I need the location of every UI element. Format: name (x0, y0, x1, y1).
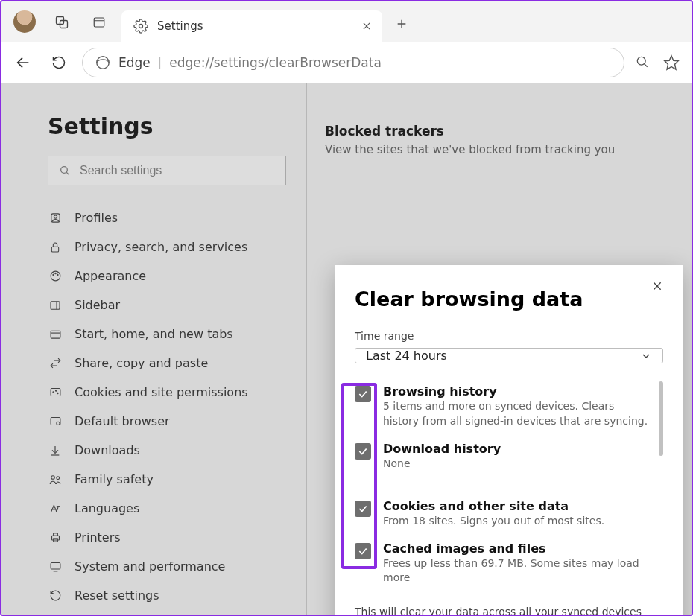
sidebar-item-reset[interactable]: Reset settings (48, 581, 287, 610)
check-cookies[interactable]: Cookies and other site dataFrom 18 sites… (355, 492, 651, 534)
lock-icon (48, 241, 63, 253)
tab-strip: Settings (1, 1, 692, 42)
content-area: Settings Profiles Privacy, search, and s… (1, 83, 692, 615)
family-icon (48, 473, 63, 486)
sidebar-item-label: System and performance (75, 559, 225, 574)
svg-rect-33 (51, 418, 60, 425)
svg-point-14 (61, 167, 68, 174)
search-input[interactable] (78, 163, 275, 178)
svg-rect-40 (51, 536, 59, 540)
settings-sidebar: Settings Profiles Privacy, search, and s… (1, 83, 307, 615)
language-icon (48, 502, 63, 515)
close-tab-button[interactable] (357, 16, 376, 36)
sidebar-item-start[interactable]: Start, home, and new tabs (48, 320, 287, 349)
chevron-down-icon (640, 350, 652, 362)
sidebar-item-default-browser[interactable]: Default browser (48, 407, 287, 436)
sidebar-item-label: Start, home, and new tabs (75, 327, 233, 341)
check-title: Download history (383, 442, 501, 456)
blocked-trackers-desc: View the sites that we've blocked from t… (325, 143, 674, 156)
svg-point-32 (57, 393, 57, 393)
zoom-icon[interactable] (635, 54, 650, 71)
svg-point-10 (97, 56, 110, 69)
sidebar-item-label: Appearance (75, 269, 146, 283)
svg-rect-42 (53, 533, 57, 536)
check-download-history[interactable]: Download historyNone (355, 434, 651, 477)
favorites-icon[interactable] (663, 54, 680, 71)
svg-marker-13 (665, 55, 678, 69)
profile-icon (48, 212, 63, 224)
sync-note: This will clear your data across all you… (355, 604, 663, 616)
sidebar-item-cookies[interactable]: Cookies and site permissions (48, 378, 287, 407)
time-range-select[interactable]: Last 24 hours (355, 348, 663, 363)
sidebar-item-family[interactable]: Family safety (48, 465, 287, 494)
toolbar: Edge | edge://settings/clearBrowserData (1, 42, 692, 83)
sidebar-item-languages[interactable]: Languages (48, 494, 287, 523)
refresh-button[interactable] (46, 50, 72, 75)
check-cached[interactable]: Cached images and filesFrees up less tha… (355, 534, 651, 591)
check-title: Browsing history (383, 384, 651, 399)
sidebar-item-downloads[interactable]: Downloads (48, 436, 287, 465)
sidebar-item-printers[interactable]: Printers (48, 523, 287, 552)
separator: | (158, 55, 162, 69)
printer-icon (48, 531, 63, 544)
sidebar-item-privacy[interactable]: Privacy, search, and services (48, 232, 287, 261)
clear-browsing-data-dialog: Clear browsing data Time range Last 24 h… (335, 265, 683, 616)
scrollbar[interactable] (659, 381, 663, 456)
svg-rect-23 (51, 301, 60, 309)
sidebar-item-label: Profiles (75, 211, 118, 225)
vertical-tabs-icon[interactable] (84, 7, 114, 37)
sidebar-item-profiles[interactable]: Profiles (48, 203, 287, 232)
sidebar-item-share[interactable]: Share, copy and paste (48, 349, 287, 378)
svg-point-37 (51, 475, 55, 479)
svg-point-11 (637, 57, 645, 65)
checkbox-list: Browsing history5 items and more on sync… (355, 377, 663, 591)
svg-point-20 (52, 274, 53, 275)
check-browsing-history[interactable]: Browsing history5 items and more on sync… (355, 377, 651, 434)
sidebar-item-sidebar[interactable]: Sidebar (48, 290, 287, 320)
search-settings[interactable] (48, 156, 286, 185)
sidebar-item-system[interactable]: System and performance (48, 552, 287, 581)
tabs-icon (48, 328, 63, 340)
sidebar-item-appearance[interactable]: Appearance (48, 261, 287, 290)
address-url: edge://settings/clearBrowserData (169, 55, 382, 70)
sidebar-item-label: Printers (75, 530, 121, 544)
palette-icon (48, 270, 63, 282)
sidebar-item-label: Share, copy and paste (75, 356, 208, 370)
back-button[interactable] (10, 50, 36, 75)
svg-point-38 (57, 476, 60, 479)
new-tab-button[interactable] (387, 9, 417, 39)
time-range-label: Time range (355, 330, 663, 342)
sidebar-item-label: Family safety (75, 472, 154, 486)
svg-rect-25 (51, 331, 60, 338)
cookie-icon (48, 386, 63, 399)
browser-tab-settings[interactable]: Settings (121, 10, 382, 42)
workspaces-icon[interactable] (47, 7, 77, 37)
tab-title: Settings (157, 19, 203, 33)
svg-point-4 (139, 25, 143, 28)
svg-point-21 (54, 273, 55, 273)
svg-rect-18 (51, 247, 58, 252)
svg-point-31 (55, 390, 56, 391)
profile-avatar[interactable] (13, 10, 36, 33)
svg-point-34 (56, 422, 59, 425)
svg-line-12 (645, 63, 648, 66)
share-icon (48, 357, 63, 369)
svg-line-15 (66, 172, 69, 174)
sidebar-item-label: Languages (75, 501, 139, 515)
svg-rect-43 (51, 563, 60, 570)
address-bar[interactable]: Edge | edge://settings/clearBrowserData (82, 48, 624, 77)
blocked-trackers-title: Blocked trackers (325, 124, 674, 139)
download-icon (48, 445, 63, 457)
close-dialog-button[interactable] (647, 276, 668, 296)
check-title: Cached images and files (383, 542, 651, 556)
search-icon (59, 165, 71, 177)
note-text: This will clear your data across all you… (355, 606, 656, 616)
check-title: Cookies and other site data (383, 499, 604, 513)
annotation-highlight-rect (341, 383, 377, 569)
sidebar-icon (48, 299, 63, 311)
sidebar-item-phone[interactable]: Phone and other devices (48, 610, 287, 616)
svg-rect-2 (94, 18, 104, 27)
svg-point-17 (54, 215, 57, 218)
svg-point-22 (57, 274, 57, 275)
sidebar-item-label: Privacy, search, and services (75, 240, 247, 254)
